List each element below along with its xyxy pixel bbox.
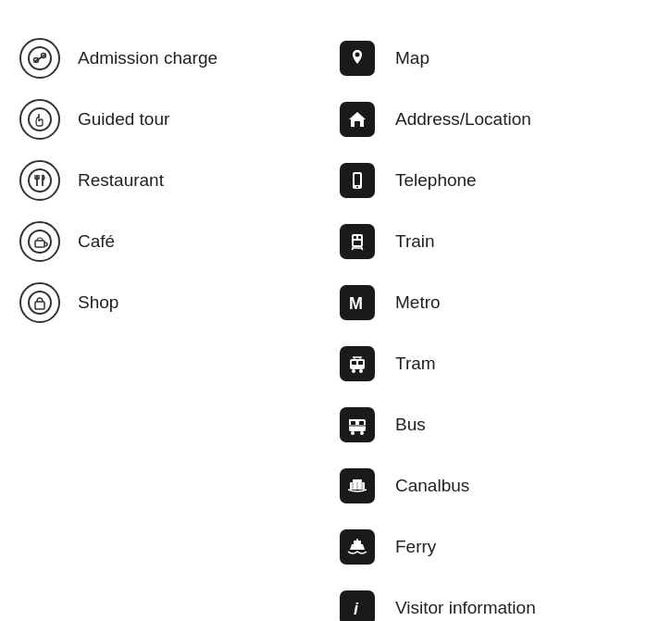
legend-grid: Admission charge Guided tour [19,28,653,621]
shop-icon [19,281,61,324]
address-label: Address/Location [395,109,531,130]
right-column: Map Address/Location [336,28,653,621]
telephone-icon [336,159,379,202]
svg-point-31 [352,369,355,373]
svg-rect-21 [358,236,361,239]
svg-rect-22 [354,241,361,245]
metro-label: Metro [395,292,441,313]
train-label: Train [395,231,435,252]
svg-rect-28 [352,361,356,365]
svg-point-18 [356,186,358,188]
cafe-label: Café [78,231,115,252]
admission-charge-label: Admission charge [78,48,218,68]
svg-rect-37 [351,421,355,425]
legend-item-admission-charge: Admission charge [19,28,336,89]
map-icon [336,37,379,80]
svg-point-39 [351,431,355,435]
restaurant-icon [19,159,61,202]
metro-icon: M [336,281,379,324]
legend-item-visitor-info: i Visitor information [336,578,653,621]
svg-point-13 [355,53,360,57]
legend-item-map: Map [336,28,653,89]
legend-item-telephone: Telephone [336,150,653,211]
guided-tour-icon [19,98,61,141]
svg-point-11 [29,292,51,314]
svg-rect-29 [358,361,363,365]
svg-point-9 [29,230,51,253]
legend-item-bus: Bus [336,394,653,455]
canalbus-label: Canalbus [395,476,469,496]
left-column: Admission charge Guided tour [19,28,336,621]
tram-icon [336,342,379,385]
legend-item-metro: M Metro [336,272,653,333]
legend-item-canalbus: Canalbus [336,455,653,516]
ferry-label: Ferry [395,537,436,557]
guided-tour-label: Guided tour [78,109,169,130]
shop-label: Shop [78,292,118,313]
legend-item-ferry: Ferry [336,516,653,578]
map-label: Map [395,48,429,68]
svg-point-32 [359,369,363,373]
bus-label: Bus [395,415,426,435]
svg-rect-15 [355,121,360,127]
legend-item-guided-tour: Guided tour [19,89,336,150]
bus-icon [336,404,379,446]
svg-rect-42 [349,419,351,423]
legend-item-shop: Shop [19,272,336,333]
restaurant-label: Restaurant [78,170,164,191]
svg-rect-17 [355,174,360,185]
legend-item-cafe: Café [19,211,336,272]
visitor-info-icon: i [336,587,379,621]
svg-rect-48 [354,540,361,545]
svg-point-6 [29,169,51,192]
svg-text:M: M [349,294,363,313]
address-icon [336,98,379,141]
svg-rect-10 [35,241,44,247]
legend-item-address: Address/Location [336,89,653,150]
svg-rect-38 [359,421,364,425]
svg-text:i: i [354,600,359,618]
legend-item-tram: Tram [336,333,653,394]
svg-point-40 [360,431,364,435]
canalbus-icon [336,465,379,507]
legend-item-restaurant: Restaurant [19,150,336,211]
train-icon [336,220,379,263]
tram-label: Tram [395,354,436,374]
ferry-icon [336,526,379,568]
svg-rect-20 [354,236,356,239]
svg-rect-12 [35,302,44,309]
legend-item-train: Train [336,211,653,272]
visitor-info-label: Visitor information [395,598,536,618]
admission-charge-icon [19,37,61,80]
cafe-icon [19,220,61,263]
telephone-label: Telephone [395,170,477,191]
